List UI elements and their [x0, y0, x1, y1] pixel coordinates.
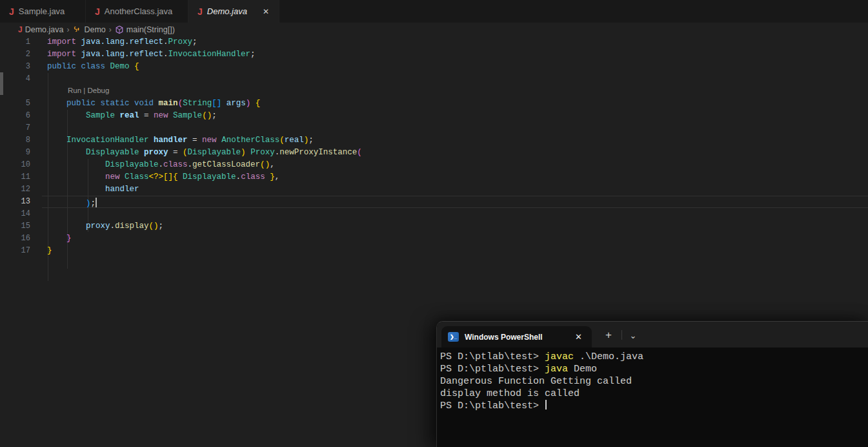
- code-token: public: [66, 99, 96, 108]
- line-number: 7: [0, 122, 30, 134]
- code-token: <?>[]{: [149, 172, 178, 182]
- code-line-16[interactable]: 16 }: [0, 233, 868, 245]
- terminal-line: PS D:\ptlab\test>: [440, 400, 868, 412]
- code-token: Class: [125, 172, 149, 182]
- code-line-1[interactable]: 1import java.lang.reflect.Proxy;: [0, 36, 868, 48]
- line-number: 4: [0, 73, 30, 85]
- codelens-run-debug: Run | Debug: [0, 85, 868, 98]
- code-token: {: [134, 62, 139, 71]
- code-token: ;: [91, 199, 96, 208]
- code-line-14[interactable]: 14: [0, 208, 868, 220]
- code-token: (: [260, 160, 265, 169]
- code-token: class: [241, 172, 265, 182]
- code-line-2[interactable]: 2import java.lang.reflect.InvocationHand…: [0, 48, 868, 61]
- codelens-run-link[interactable]: Run: [68, 87, 81, 94]
- code-token: getClassLoader: [192, 160, 260, 169]
- terminal-token: Demo: [568, 364, 597, 375]
- code-line-4[interactable]: 4: [0, 73, 868, 85]
- tab-label: Demo.java: [207, 6, 247, 16]
- code-token: (: [202, 111, 207, 120]
- line-number: 15: [0, 220, 30, 233]
- java-file-icon: J: [9, 6, 14, 17]
- code-token: [76, 62, 81, 71]
- powershell-icon: ❯_: [448, 332, 459, 342]
- code-token: handler: [105, 185, 139, 194]
- tab-dropdown-button[interactable]: ⌄: [624, 327, 642, 343]
- code-line-15[interactable]: 15 proxy.display();: [0, 220, 868, 233]
- breadcrumb: J Demo.java › Demo › main(String[]): [0, 23, 868, 36]
- breadcrumb-class[interactable]: Demo: [72, 25, 105, 34]
- line-number: 17: [0, 245, 30, 257]
- code-line-10[interactable]: 10 Displayable.class.getClassLoader(),: [0, 159, 868, 171]
- code-line-5[interactable]: 5 public static void main(String[] args)…: [0, 98, 868, 110]
- terminal-tab-powershell[interactable]: ❯_ Windows PowerShell ✕: [441, 326, 592, 348]
- breadcrumb-file[interactable]: J Demo.java: [18, 25, 63, 34]
- code-token: Sample: [86, 111, 115, 120]
- code-token: =: [139, 111, 154, 120]
- code-token: [250, 99, 256, 108]
- editor-cursor: [96, 198, 97, 207]
- code-token: Displayable: [188, 148, 241, 157]
- code-token: .: [163, 50, 168, 59]
- code-token: ): [265, 160, 270, 169]
- close-icon[interactable]: ✕: [261, 6, 271, 17]
- code-line-8[interactable]: 8 InvocationHandler handler = new Anothe…: [0, 134, 868, 147]
- line-number: 9: [0, 147, 30, 159]
- tab-anotherclass-java[interactable]: J AnotherClass.java: [86, 0, 188, 23]
- vscode-window: J Sample.java J AnotherClass.java J Demo…: [0, 0, 868, 447]
- new-tab-button[interactable]: +: [600, 327, 618, 343]
- terminal-content[interactable]: PS D:\ptlab\test> javac .\Demo.javaPS D:…: [437, 348, 868, 447]
- close-icon[interactable]: ✕: [572, 331, 585, 343]
- code-token: [76, 37, 81, 47]
- code-token: InvocationHandler: [66, 136, 149, 145]
- code-token: [130, 99, 135, 108]
- code-line-12[interactable]: 12 handler: [0, 183, 868, 196]
- code-token: [130, 62, 135, 71]
- code-token: .: [110, 222, 116, 231]
- terminal-cursor: [545, 400, 547, 410]
- code-token: {: [256, 99, 261, 108]
- code-token: java.lang.reflect: [81, 50, 164, 59]
- editor-tab-bar: J Sample.java J AnotherClass.java J Demo…: [0, 0, 868, 23]
- codelens-debug-link[interactable]: Debug: [88, 87, 110, 94]
- line-number: 5: [0, 98, 30, 110]
- code-token: [149, 136, 154, 145]
- code-token: [47, 99, 66, 108]
- code-token: ,: [275, 172, 280, 182]
- line-number: 8: [0, 134, 30, 147]
- code-token: .: [188, 160, 193, 169]
- code-token: [221, 99, 227, 108]
- terminal-token: .\Demo.java: [574, 351, 643, 362]
- code-token: main: [159, 99, 178, 108]
- editor-left-marker: [0, 72, 3, 95]
- code-line-6[interactable]: 6 Sample real = new Sample();: [0, 110, 868, 122]
- terminal-token: display method is called: [440, 388, 580, 399]
- code-token: proxy: [144, 148, 168, 157]
- line-number: 11: [0, 171, 30, 183]
- line-number: 16: [0, 233, 30, 245]
- code-token: }: [270, 172, 275, 182]
- code-token: ;: [250, 50, 256, 59]
- tab-demo-java[interactable]: J Demo.java ✕: [188, 0, 279, 23]
- code-line-13[interactable]: 13 );: [0, 196, 868, 208]
- code-line-7[interactable]: 7: [0, 122, 868, 134]
- code-token: args: [227, 99, 246, 108]
- breadcrumb-method[interactable]: main(String[]): [115, 25, 175, 34]
- tab-sample-java[interactable]: J Sample.java: [0, 0, 86, 23]
- code-line-3[interactable]: 3public class Demo {: [0, 61, 868, 73]
- code-token: Displayable: [183, 172, 236, 182]
- code-token: .: [159, 160, 164, 169]
- code-line-9[interactable]: 9 Displayable proxy = (Displayable) Prox…: [0, 147, 868, 159]
- code-token: []: [212, 99, 221, 108]
- code-line-17[interactable]: 17}: [0, 245, 868, 257]
- terminal-line: Dangerous Function Getting called: [440, 375, 868, 388]
- terminal-token: Dangerous Function Getting called: [440, 376, 632, 387]
- code-token: String: [183, 99, 212, 108]
- code-token: [47, 111, 86, 120]
- code-token: [47, 148, 86, 157]
- code-token: ,: [270, 160, 275, 169]
- terminal-token: PS D:\ptlab\test>: [440, 351, 545, 362]
- code-token: [47, 172, 105, 182]
- java-file-icon: J: [95, 6, 100, 17]
- code-line-11[interactable]: 11 new Class<?>[]{ Displayable.class },: [0, 171, 868, 183]
